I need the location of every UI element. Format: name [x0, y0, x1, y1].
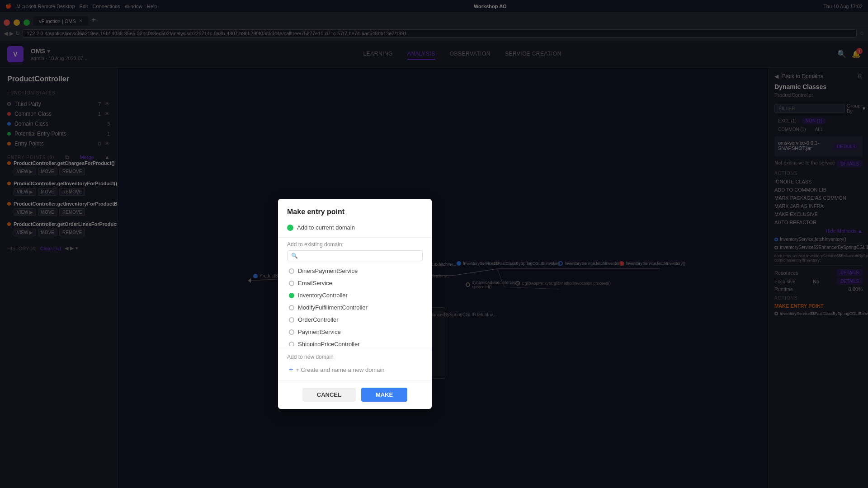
- domain-radio-6: [289, 342, 294, 347]
- modal-divider-2: [278, 350, 432, 350]
- domain-item-6[interactable]: ShippingPriceController: [287, 338, 423, 346]
- plus-icon: +: [289, 366, 293, 374]
- modal-divider-1: [278, 237, 432, 238]
- make-button[interactable]: MAKE: [361, 388, 407, 402]
- modal-new-domain-label: Add to new domain: [287, 354, 423, 360]
- modal-option-current[interactable]: Add to current domain: [287, 221, 423, 234]
- modal-existing-label: Add to existing domain:: [287, 241, 423, 248]
- search-icon-modal: 🔍: [291, 253, 298, 259]
- domain-radio-4: [289, 317, 294, 323]
- domain-item-5[interactable]: PaymentService: [287, 326, 423, 338]
- domain-label-1: EmailService: [298, 280, 332, 286]
- domain-item-3[interactable]: ModifyFulfillmentController: [287, 301, 423, 314]
- modal-search-input[interactable]: [301, 253, 419, 259]
- domain-label-5: PaymentService: [298, 328, 341, 335]
- domain-radio-1: [289, 281, 294, 286]
- modal-domain-list: DinersPaymentService EmailService Invent…: [287, 265, 423, 346]
- domain-label-6: ShippingPriceController: [298, 341, 360, 346]
- domain-radio-2: [289, 293, 294, 298]
- domain-radio-3: [289, 305, 294, 310]
- domain-item-1[interactable]: EmailService: [287, 277, 423, 289]
- modal-title: Make entry point: [278, 199, 432, 221]
- domain-label-2: InventoryController: [298, 292, 348, 299]
- modal-footer: CANCEL MAKE: [278, 380, 432, 409]
- create-new-domain-row[interactable]: + + Create and name a new domain: [287, 363, 423, 376]
- domain-label-0: DinersPaymentService: [298, 267, 358, 274]
- make-entry-point-modal: Make entry point Add to current domain A…: [278, 199, 432, 409]
- domain-item-2[interactable]: InventoryController: [287, 289, 423, 301]
- domain-item-0[interactable]: DinersPaymentService: [287, 265, 423, 277]
- modal-existing-section: Add to existing domain: 🔍 DinersPaymentS…: [278, 241, 432, 346]
- modal-search-bar: 🔍: [287, 250, 423, 261]
- modal-overlay: Make entry point Add to current domain A…: [0, 0, 868, 488]
- domain-label-3: ModifyFulfillmentController: [298, 304, 368, 311]
- domain-radio-0: [289, 268, 294, 274]
- create-domain-placeholder: + Create and name a new domain: [296, 366, 384, 373]
- domain-radio-5: [289, 329, 294, 335]
- modal-current-domain-section: Add to current domain: [278, 221, 432, 234]
- cancel-button[interactable]: CANCEL: [302, 388, 356, 402]
- domain-item-4[interactable]: OrderController: [287, 314, 423, 326]
- domain-label-4: OrderController: [298, 316, 339, 323]
- modal-radio-current: [287, 225, 293, 231]
- modal-new-domain-section: Add to new domain + + Create and name a …: [278, 354, 432, 380]
- modal-current-label: Add to current domain: [297, 224, 355, 231]
